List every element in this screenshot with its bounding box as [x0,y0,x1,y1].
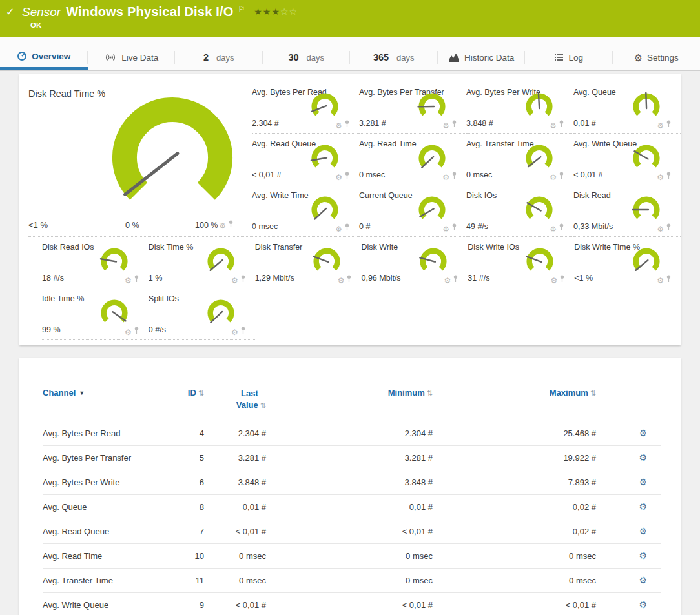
gauge-settings-icon[interactable]: ⚙ [550,174,557,181]
gauge-settings-icon[interactable]: ⚙ [442,174,449,181]
column-header-channel[interactable]: Channel▼ [43,385,165,421]
channel-settings-icon[interactable]: ⚙ [639,575,647,585]
channel-row[interactable]: Avg. Bytes Per Read 4 2.304 # 2.304 # 25… [43,421,661,446]
gauge-title: Avg. Bytes Per Transfer [359,82,462,97]
channel-settings-icon[interactable]: ⚙ [639,501,647,512]
channel-id: 6 [165,470,204,495]
channel-row[interactable]: Avg. Bytes Per Transfer 5 3.281 # 3.281 … [43,446,661,470]
rating-stars[interactable]: ★★★☆☆ [254,6,298,17]
channels-table: Channel▼ ID⇅ Last Value⇅ Minimum⇅ Maximu… [43,385,661,615]
gauge-dial [632,143,661,173]
gauge-settings-icon[interactable]: ⚙ [550,122,557,130]
column-header-last-value[interactable]: Last Value⇅ [204,385,266,421]
gauge-pin-icon[interactable] [559,171,564,181]
column-header-maximum[interactable]: Maximum⇅ [433,385,596,421]
gauge-pin-icon[interactable] [559,119,564,130]
gauge-settings-icon[interactable]: ⚙ [442,225,449,233]
channel-settings-icon[interactable]: ⚙ [639,550,647,561]
channel-minimum: 0 msec [266,544,433,569]
tab-30-days[interactable]: 30days [263,45,351,70]
gauge-settings-icon[interactable]: ⚙ [550,277,557,285]
gauge-settings-icon[interactable]: ⚙ [550,225,557,233]
flag-icon[interactable]: ⚐ [238,5,245,14]
channel-row[interactable]: Avg. Read Time 10 0 msec 0 msec 0 msec ⚙ [43,544,661,569]
tab-historic-data[interactable]: Historic Data [438,45,526,70]
gauge-title: Avg. Read Time [359,134,462,148]
channel-last-value: < 0,01 # [204,593,266,615]
gauge-value: <1 % [574,274,593,283]
gauge-pin-icon[interactable] [240,326,246,336]
gauge-pin-icon[interactable] [240,274,246,285]
gauge-pin-icon[interactable] [559,223,564,233]
gauge-pin-icon[interactable] [344,223,350,233]
gauge-pin-icon[interactable] [666,274,672,285]
gauge-pin-icon[interactable] [453,274,458,285]
gauge-pin-icon[interactable] [451,119,457,130]
gauge-settings-icon[interactable]: ⚙ [125,328,132,336]
channel-minimum: < 0,01 # [266,519,433,544]
channel-maximum: 0,02 # [433,495,596,519]
tab-overview[interactable]: Overview [0,45,88,70]
gauge-pin-icon[interactable] [228,219,234,230]
gauge-settings-icon[interactable]: ⚙ [335,122,342,130]
gauge-settings-icon[interactable]: ⚙ [335,225,342,233]
column-header-minimum[interactable]: Minimum⇅ [266,385,433,421]
gauge-pin-icon[interactable] [666,223,672,233]
main-gauge-scale-max: 100 % [195,221,218,230]
tab-log[interactable]: Log [525,45,613,70]
gauge-settings-icon[interactable]: ⚙ [657,225,664,233]
gauge-settings-icon[interactable]: ⚙ [335,174,342,181]
main-gauge-scale-min: 0 % [125,221,139,230]
gauge-settings-icon[interactable]: ⚙ [444,277,451,285]
tab-settings[interactable]: ⚙ Settings [613,45,700,70]
tab-365-days[interactable]: 365days [350,45,438,70]
channel-row[interactable]: Avg. Write Queue 9 < 0,01 # < 0,01 # < 0… [43,593,661,615]
gauge-pin-icon[interactable] [134,326,139,336]
channel-row[interactable]: Avg. Queue 8 0,01 # 0,01 # 0,02 # ⚙ [43,495,661,519]
gauge-settings-icon[interactable]: ⚙ [657,174,664,181]
channel-name: Avg. Read Queue [43,519,165,544]
tab-label: days [396,53,414,63]
gauge-value: 1 % [149,274,163,283]
gauge-pin-icon[interactable] [346,274,352,285]
gauge-settings-icon[interactable]: ⚙ [219,222,226,230]
gauge-pin-icon[interactable] [559,274,565,285]
channel-settings-icon[interactable]: ⚙ [639,526,647,536]
gauge-dial [99,247,129,276]
gauge-settings-icon[interactable]: ⚙ [231,328,238,336]
channel-settings-icon[interactable]: ⚙ [639,452,647,463]
channel-settings-icon[interactable]: ⚙ [639,477,647,487]
channel-settings-icon[interactable]: ⚙ [639,600,647,610]
gauge-pin-icon[interactable] [666,119,672,130]
gauge-pin-icon[interactable] [451,223,457,233]
gauge-value: 31 #/s [468,274,489,283]
tab-number: 365 [373,52,389,63]
gauge-pin-icon[interactable] [344,171,350,181]
gauge-title: Avg. Write Time [252,185,355,200]
gauge-settings-icon[interactable]: ⚙ [657,122,664,130]
tab-live-data[interactable]: Live Data [88,45,176,70]
channel-id: 11 [165,569,204,593]
channel-settings-icon[interactable]: ⚙ [639,428,647,438]
gauge-pin-icon[interactable] [451,171,457,181]
gauge-cell: Disk IOs 49 #/s ⚙ [466,185,573,237]
live-data-icon [104,52,117,63]
tab-2-days[interactable]: 2days [175,45,263,70]
channel-row[interactable]: Avg. Transfer Time 11 0 msec 0 msec 0 ms… [43,569,661,593]
gauge-pin-icon[interactable] [344,119,350,130]
gauge-pin-icon[interactable] [134,274,139,285]
gauge-cell: Avg. Bytes Per Read 2.304 # ⚙ [252,82,359,134]
column-header-id[interactable]: ID⇅ [165,385,204,421]
gauge-value: 0 msec [466,170,492,179]
gauge-pin-icon[interactable] [666,171,672,181]
gauge-settings-icon[interactable]: ⚙ [125,277,132,285]
gauge-settings-icon[interactable]: ⚙ [442,122,449,130]
channel-name: Avg. Bytes Per Write [43,470,165,495]
channel-row[interactable]: Avg. Bytes Per Write 6 3.848 # 3.848 # 7… [43,470,661,495]
gauge-dial [524,195,554,225]
channel-row[interactable]: Avg. Read Queue 7 < 0,01 # < 0,01 # 0,02… [43,519,661,544]
gauge-settings-icon[interactable]: ⚙ [338,277,345,285]
gauge-settings-icon[interactable]: ⚙ [657,277,664,285]
gauge-value: 1,29 Mbit/s [255,274,294,283]
gauge-settings-icon[interactable]: ⚙ [231,277,238,285]
